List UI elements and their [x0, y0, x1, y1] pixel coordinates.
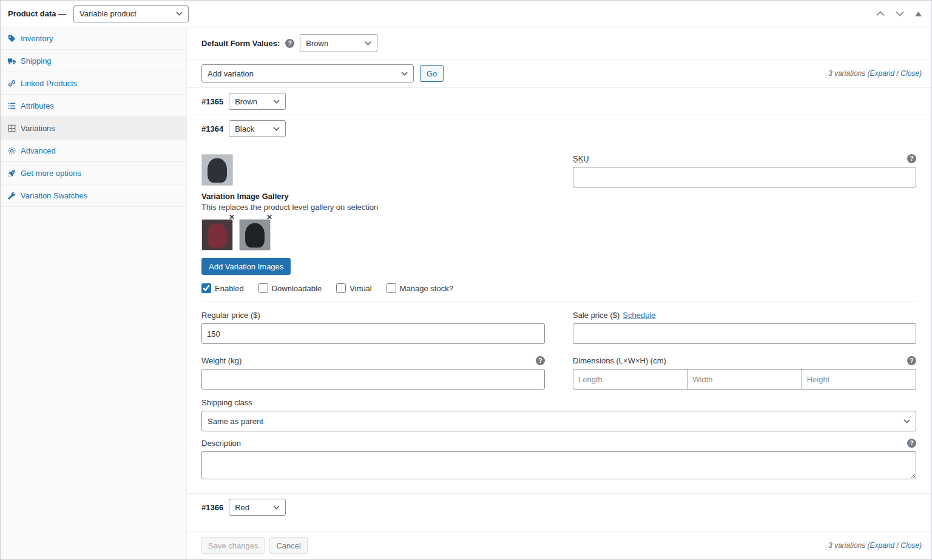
add-variation-images-button[interactable]: Add Variation Images — [201, 258, 291, 275]
backpack-image — [208, 158, 227, 183]
sidebar-item-advanced[interactable]: Advanced — [1, 140, 186, 162]
backpack-image — [208, 223, 227, 248]
enabled-checkbox-input[interactable] — [201, 283, 211, 293]
variations-footer-toolbar: Save changes Cancel 3 variations (Expand… — [187, 531, 931, 559]
panel-title: Product data — — [8, 9, 66, 18]
variations-summary: 3 variations (Expand / Close) — [828, 69, 922, 78]
description-textarea[interactable] — [201, 451, 916, 479]
variation-row: #1365 Brown — [187, 88, 931, 115]
help-icon[interactable]: ? — [285, 39, 294, 48]
list-icon — [8, 102, 16, 110]
close-link[interactable]: Close — [900, 541, 919, 550]
sale-price-input[interactable] — [573, 323, 916, 344]
help-icon[interactable]: ? — [907, 356, 916, 365]
default-form-values-label: Default Form Values: — [201, 39, 280, 48]
triangle-up-icon — [915, 9, 922, 18]
variation-attribute-value: Brown — [235, 97, 257, 106]
weight-input[interactable] — [201, 369, 545, 390]
manage-stock-checkbox-input[interactable] — [387, 283, 396, 293]
chevron-up-icon — [876, 9, 885, 18]
sidebar-item-variations[interactable]: Variations — [1, 117, 186, 140]
save-changes-button[interactable]: Save changes — [201, 537, 265, 554]
chevron-down-icon — [273, 127, 280, 131]
help-icon[interactable]: ? — [536, 356, 545, 365]
virtual-checkbox-input[interactable] — [336, 283, 346, 293]
shipping-class-field: Shipping class Same as parent — [201, 398, 916, 431]
variations-tab-panel: Default Form Values: ? Brown Add variati… — [187, 27, 931, 559]
help-icon[interactable]: ? — [907, 439, 916, 448]
separator-text: / — [894, 69, 900, 78]
remove-image-icon[interactable]: ✕ — [266, 214, 272, 221]
sale-price-label: Sale price ($) — [573, 311, 620, 320]
collapse-panel-button[interactable] — [914, 8, 923, 19]
shipping-dimensions-row: Weight (kg) ? Dimensions (L×W×H) (cm) ? — [201, 356, 916, 390]
move-up-button[interactable] — [875, 8, 886, 19]
paren-text: ) — [919, 541, 922, 550]
sidebar-item-shipping[interactable]: Shipping — [1, 50, 186, 72]
help-icon[interactable]: ? — [907, 154, 916, 163]
wrench-icon — [8, 192, 16, 200]
variation-attribute-select[interactable]: Brown — [229, 93, 286, 110]
dimensions-label: Dimensions (L×W×H) (cm) — [573, 356, 666, 365]
expand-link[interactable]: Expand — [870, 541, 895, 550]
variation-row: #1366 Red — [187, 494, 931, 521]
variation-detail-left-column: Variation Image Gallery This replaces th… — [201, 154, 545, 275]
sku-input[interactable] — [573, 167, 916, 187]
width-input[interactable] — [687, 369, 802, 390]
gallery-image-thumbnail[interactable] — [201, 219, 233, 251]
sku-label: SKU — [573, 154, 589, 163]
sidebar-item-variation-swatches[interactable]: Variation Swatches — [1, 184, 186, 207]
divider — [201, 302, 917, 302]
variations-toolbar: Add variation Go 3 variations (Expand / … — [187, 59, 931, 88]
enabled-checkbox[interactable]: Enabled — [201, 283, 244, 293]
default-form-values-select[interactable]: Brown — [300, 34, 377, 52]
chevron-down-icon — [903, 419, 910, 423]
virtual-checkbox[interactable]: Virtual — [336, 283, 372, 293]
downloadable-checkbox-input[interactable] — [258, 283, 268, 293]
grid-icon — [8, 124, 16, 132]
schedule-link[interactable]: Schedule — [623, 311, 655, 320]
product-type-value: Variable product — [79, 9, 137, 18]
link-icon — [8, 79, 16, 87]
chevron-down-icon — [365, 41, 371, 46]
go-button[interactable]: Go — [420, 65, 444, 82]
sidebar-item-inventory[interactable]: Inventory — [1, 27, 186, 50]
product-type-select[interactable]: Variable product — [73, 5, 189, 22]
sidebar-item-label: Variations — [21, 124, 55, 133]
cancel-button[interactable]: Cancel — [269, 537, 307, 554]
sidebar-item-linked-products[interactable]: Linked Products — [1, 72, 186, 95]
move-down-button[interactable] — [894, 8, 905, 19]
weight-label: Weight (kg) — [201, 356, 241, 365]
manage-stock-checkbox[interactable]: Manage stock? — [387, 283, 453, 293]
chevron-down-icon — [273, 100, 280, 104]
gallery-image-thumbnail[interactable] — [239, 219, 271, 251]
sidebar-item-get-more-options[interactable]: Get more options — [1, 162, 186, 184]
regular-price-input[interactable] — [201, 323, 545, 344]
variation-attribute-select[interactable]: Black — [229, 120, 286, 137]
variation-attribute-value: Black — [235, 124, 254, 133]
sidebar-item-label: Linked Products — [21, 79, 77, 88]
close-link[interactable]: Close — [900, 69, 919, 78]
description-label: Description — [201, 439, 241, 448]
add-variation-select[interactable]: Add variation — [201, 64, 414, 83]
variation-attribute-select[interactable]: Red — [229, 499, 286, 516]
sidebar-item-label: Advanced — [21, 146, 56, 155]
downloadable-checkbox[interactable]: Downloadable — [258, 283, 322, 293]
height-input[interactable] — [802, 369, 916, 390]
gallery-thumbnails: ✕ ✕ — [201, 219, 545, 251]
variation-detail-panel: Variation Image Gallery This replaces th… — [187, 142, 931, 494]
sidebar-item-label: Inventory — [21, 34, 53, 43]
gallery-item: ✕ — [239, 219, 271, 251]
expand-link[interactable]: Expand — [870, 69, 895, 78]
variation-image-thumbnail[interactable] — [201, 154, 233, 186]
variation-id: #1365 — [201, 97, 223, 106]
variation-options-row: Enabled Downloadable Virtual Manage stoc… — [201, 283, 916, 293]
length-input[interactable] — [573, 369, 687, 390]
sidebar-item-attributes[interactable]: Attributes — [1, 95, 186, 117]
shipping-class-select[interactable]: Same as parent — [201, 411, 916, 431]
gear-icon — [8, 147, 16, 155]
variation-image-gallery-note: This replaces the product level gallery … — [201, 203, 545, 212]
checkbox-label: Enabled — [215, 284, 244, 293]
variations-count-text: 3 variations ( — [828, 541, 870, 550]
remove-image-icon[interactable]: ✕ — [229, 214, 235, 221]
